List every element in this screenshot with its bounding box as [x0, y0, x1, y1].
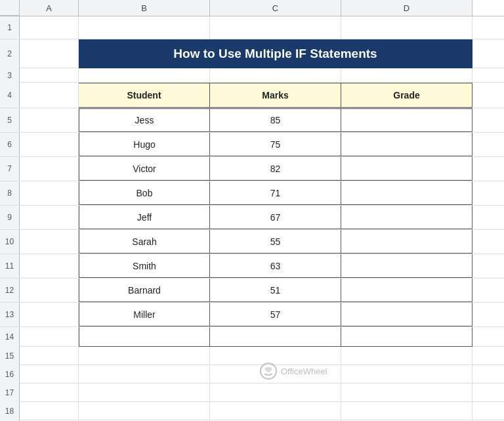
- row-num-2: 2: [0, 39, 20, 68]
- row-14: 14: [0, 327, 504, 347]
- cell-d18[interactable]: [341, 402, 472, 420]
- row-6: 6 Hugo 75: [0, 133, 504, 157]
- cell-c1[interactable]: [210, 16, 341, 39]
- cell-c3[interactable]: [210, 68, 341, 83]
- cell-c11[interactable]: 63: [210, 254, 341, 278]
- row-num-11: 11: [0, 254, 20, 278]
- col-header-a[interactable]: A: [20, 0, 79, 16]
- cell-d17[interactable]: [341, 384, 472, 402]
- row-11: 11 Smith 63: [0, 254, 504, 278]
- cell-b12[interactable]: Barnard: [79, 278, 210, 302]
- col-header-d[interactable]: D: [341, 0, 472, 16]
- cell-b10[interactable]: Sarah: [79, 230, 210, 254]
- cell-b14[interactable]: [79, 327, 210, 347]
- row-18: 18: [0, 402, 504, 420]
- cell-b16[interactable]: [79, 365, 210, 384]
- cell-a16[interactable]: [20, 365, 79, 384]
- cell-b17[interactable]: [79, 384, 210, 402]
- cell-a8[interactable]: [20, 181, 79, 205]
- cell-c18[interactable]: [210, 402, 341, 420]
- cell-c7[interactable]: 82: [210, 157, 341, 181]
- cell-c16[interactable]: [210, 365, 341, 384]
- cell-a12[interactable]: [20, 278, 79, 302]
- cell-b11[interactable]: Smith: [79, 254, 210, 278]
- row-5: 5 Jess 85: [0, 108, 504, 133]
- cell-a3[interactable]: [20, 68, 79, 83]
- cell-d8[interactable]: [341, 181, 472, 205]
- row-num-7: 7: [0, 157, 20, 181]
- cell-d9[interactable]: [341, 206, 472, 229]
- cell-b15[interactable]: [79, 347, 210, 365]
- cell-a6[interactable]: [20, 133, 79, 156]
- cell-d6[interactable]: [341, 133, 472, 156]
- remaining-rows: 15 16 17 18 19: [0, 347, 504, 421]
- cell-a1[interactable]: [20, 16, 79, 39]
- cell-a7[interactable]: [20, 157, 79, 181]
- row-9: 9 Jeff 67: [0, 206, 504, 230]
- col-header-b[interactable]: B: [79, 0, 210, 16]
- cell-d7[interactable]: [341, 157, 472, 181]
- row-num-13: 13: [0, 303, 20, 326]
- cell-d11[interactable]: [341, 254, 472, 278]
- cell-a14[interactable]: [20, 327, 79, 347]
- row-15: 15: [0, 347, 504, 365]
- row-num-8: 8: [0, 181, 20, 205]
- cell-b18[interactable]: [79, 402, 210, 420]
- data-rows: 5 Jess 85 6 Hugo 75 7 Victor 82 8 Bob 71…: [0, 108, 504, 327]
- row-num-10: 10: [0, 230, 20, 254]
- cell-d12[interactable]: [341, 278, 472, 302]
- row-num-1: 1: [0, 16, 20, 39]
- corner-cell: [0, 0, 20, 16]
- cell-b9[interactable]: Jeff: [79, 206, 210, 229]
- cell-a9[interactable]: [20, 206, 79, 229]
- cell-d14[interactable]: [341, 327, 472, 347]
- cell-b13[interactable]: Miller: [79, 303, 210, 326]
- cell-a5[interactable]: [20, 108, 79, 132]
- cell-c13[interactable]: 57: [210, 303, 341, 326]
- cell-a15[interactable]: [20, 347, 79, 365]
- cell-c9[interactable]: 67: [210, 206, 341, 229]
- cell-d1[interactable]: [341, 16, 472, 39]
- cell-d5[interactable]: [341, 108, 472, 132]
- cell-d16[interactable]: [341, 365, 472, 384]
- cell-d3[interactable]: [341, 68, 472, 83]
- cell-b5[interactable]: Jess: [79, 108, 210, 132]
- row-16: 16: [0, 365, 504, 384]
- cell-c10[interactable]: 55: [210, 230, 341, 254]
- cell-d13[interactable]: [341, 303, 472, 326]
- grade-header[interactable]: Grade: [341, 83, 472, 108]
- cell-a18[interactable]: [20, 402, 79, 420]
- cell-c17[interactable]: [210, 384, 341, 402]
- cell-c12[interactable]: 51: [210, 278, 341, 302]
- cell-c6[interactable]: 75: [210, 133, 341, 156]
- cell-b7[interactable]: Victor: [79, 157, 210, 181]
- cell-c14[interactable]: [210, 327, 341, 347]
- cell-b3[interactable]: [79, 68, 210, 83]
- cell-c8[interactable]: 71: [210, 181, 341, 205]
- cell-b6[interactable]: Hugo: [79, 133, 210, 156]
- student-header[interactable]: Student: [79, 83, 210, 108]
- row-num-16: 16: [0, 365, 20, 384]
- col-header-c[interactable]: C: [210, 0, 341, 16]
- cell-b1[interactable]: [79, 16, 210, 39]
- row-num-6: 6: [0, 133, 20, 156]
- cell-a2[interactable]: [20, 39, 79, 68]
- cell-a11[interactable]: [20, 254, 79, 278]
- marks-header[interactable]: Marks: [210, 83, 341, 108]
- cell-a10[interactable]: [20, 230, 79, 254]
- cell-a17[interactable]: [20, 384, 79, 402]
- cell-b8[interactable]: Bob: [79, 181, 210, 205]
- row-num-18: 18: [0, 402, 20, 420]
- cell-a4[interactable]: [20, 83, 79, 108]
- cell-d15[interactable]: [341, 347, 472, 365]
- row-8: 8 Bob 71: [0, 181, 504, 206]
- cell-c5[interactable]: 85: [210, 108, 341, 132]
- row-1: 1: [0, 16, 504, 39]
- cell-c15[interactable]: [210, 347, 341, 365]
- row-10: 10 Sarah 55: [0, 230, 504, 254]
- row-12: 12 Barnard 51: [0, 278, 504, 303]
- cell-d10[interactable]: [341, 230, 472, 254]
- title-cell[interactable]: How to Use Multiple IF Statements: [79, 39, 472, 68]
- row-num-17: 17: [0, 384, 20, 402]
- cell-a13[interactable]: [20, 303, 79, 326]
